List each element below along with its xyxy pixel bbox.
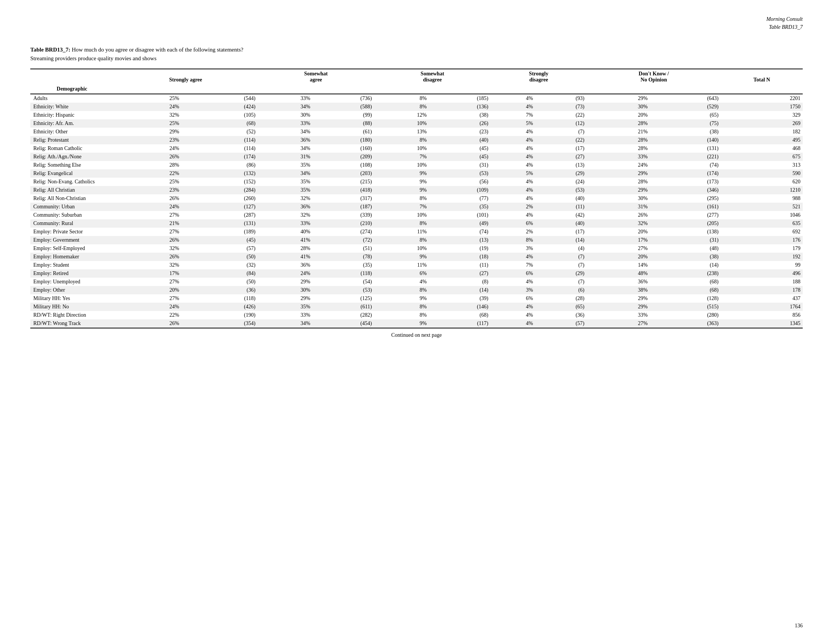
data-cell: 24%: [587, 161, 650, 169]
table-row: Adults25%(544)33%(736)8%(185)4%(93)29%(6…: [30, 94, 803, 103]
data-cell: 2%: [491, 203, 536, 211]
data-cell: (114): [182, 144, 257, 153]
data-cell: 24%: [114, 103, 182, 111]
continued-text: Continued on next page: [30, 332, 803, 338]
demographic-cell: Relig: Protestant: [30, 136, 114, 144]
data-cell: 4%: [374, 278, 429, 286]
data-cell: (72): [312, 236, 374, 244]
somewhat-agree-header: Somewhatagree: [258, 69, 375, 84]
data-cell: 26%: [587, 211, 650, 219]
data-cell: (74): [650, 161, 720, 169]
data-cell: (108): [312, 161, 374, 169]
data-cell: 9%: [374, 253, 429, 261]
data-cell: (40): [536, 219, 587, 228]
data-cell: 28%: [587, 136, 650, 144]
data-cell: 25%: [114, 94, 182, 103]
data-cell: 40%: [258, 228, 313, 236]
data-cell: (68): [182, 119, 257, 128]
data-cell: (118): [182, 295, 257, 303]
data-cell: (185): [429, 94, 491, 103]
data-cell: 30%: [258, 286, 313, 295]
demographic-cell: Relig: Roman Catholic: [30, 144, 114, 153]
data-cell: (78): [312, 253, 374, 261]
data-cell: 4%: [491, 103, 536, 111]
data-cell: 8%: [374, 236, 429, 244]
data-cell: (295): [650, 194, 720, 203]
data-cell: (118): [312, 269, 374, 278]
data-cell: (4): [536, 244, 587, 253]
data-cell: (18): [429, 253, 491, 261]
data-cell: 33%: [258, 311, 313, 319]
data-cell: 856: [721, 311, 803, 319]
data-cell: 36%: [258, 261, 313, 269]
data-cell: 29%: [258, 278, 313, 286]
sa-sub: [114, 84, 258, 94]
table-row: Employ: Retired17%(84)24%(118)6%(27)6%(2…: [30, 269, 803, 278]
data-cell: 21%: [114, 219, 182, 228]
table-row: Relig: All Non-Christian26%(260)32%(317)…: [30, 194, 803, 203]
table-row: Military HH: Yes27%(118)29%(125)9%(39)6%…: [30, 295, 803, 303]
data-cell: (45): [429, 144, 491, 153]
data-cell: 12%: [374, 111, 429, 119]
data-cell: 26%: [114, 253, 182, 261]
data-cell: 6%: [491, 269, 536, 278]
data-cell: 33%: [258, 219, 313, 228]
demographic-cell: Employ: Homemaker: [30, 253, 114, 261]
data-cell: 27%: [587, 319, 650, 328]
data-cell: (282): [312, 311, 374, 319]
data-table: Strongly agree Somewhatagree Somewhatdis…: [30, 69, 803, 328]
data-cell: (7): [536, 278, 587, 286]
data-cell: 26%: [114, 319, 182, 328]
data-cell: 1750: [721, 103, 803, 111]
data-cell: 7%: [491, 111, 536, 119]
data-cell: 8%: [374, 219, 429, 228]
data-cell: 10%: [374, 244, 429, 253]
data-cell: (284): [182, 186, 257, 194]
data-cell: (54): [312, 278, 374, 286]
data-cell: 4%: [491, 136, 536, 144]
data-cell: (277): [650, 211, 720, 219]
data-cell: 29%: [587, 186, 650, 194]
table-row: Ethnicity: White24%(424)34%(588)8%(136)4…: [30, 103, 803, 111]
data-cell: 27%: [114, 211, 182, 219]
data-cell: (53): [429, 169, 491, 178]
data-cell: (74): [429, 228, 491, 236]
data-cell: 8%: [374, 303, 429, 311]
data-cell: 8%: [374, 94, 429, 103]
table-row: Relig: Protestant23%(114)36%(180)8%(40)4…: [30, 136, 803, 144]
data-cell: 24%: [114, 203, 182, 211]
data-cell: 24%: [258, 269, 313, 278]
data-cell: 179: [721, 244, 803, 253]
data-cell: 28%: [114, 161, 182, 169]
data-cell: 5%: [491, 169, 536, 178]
data-cell: 32%: [114, 244, 182, 253]
data-cell: 28%: [587, 144, 650, 153]
data-cell: (17): [536, 228, 587, 236]
data-cell: 468: [721, 144, 803, 153]
data-cell: (40): [429, 136, 491, 144]
data-cell: 36%: [587, 278, 650, 286]
data-cell: 27%: [114, 228, 182, 236]
data-cell: (14): [650, 261, 720, 269]
data-cell: (643): [650, 94, 720, 103]
data-cell: 41%: [258, 253, 313, 261]
data-cell: 34%: [258, 144, 313, 153]
data-cell: 9%: [374, 178, 429, 186]
demographic-cell: Relig: All Non-Christian: [30, 194, 114, 203]
data-cell: (131): [182, 219, 257, 228]
data-cell: 4%: [491, 303, 536, 311]
data-cell: (101): [429, 211, 491, 219]
data-cell: (190): [182, 311, 257, 319]
data-cell: (45): [429, 153, 491, 161]
table-row: Employ: Unemployed27%(50)29%(54)4%(8)4%(…: [30, 278, 803, 286]
data-cell: (68): [650, 286, 720, 295]
data-cell: (65): [536, 303, 587, 311]
data-cell: 178: [721, 286, 803, 295]
data-cell: 34%: [258, 128, 313, 136]
data-cell: 4%: [491, 186, 536, 194]
data-cell: (221): [650, 153, 720, 161]
data-cell: (51): [312, 244, 374, 253]
data-cell: 1764: [721, 303, 803, 311]
demographic-cell: Ethnicity: Afr. Am.: [30, 119, 114, 128]
data-cell: 1210: [721, 186, 803, 194]
